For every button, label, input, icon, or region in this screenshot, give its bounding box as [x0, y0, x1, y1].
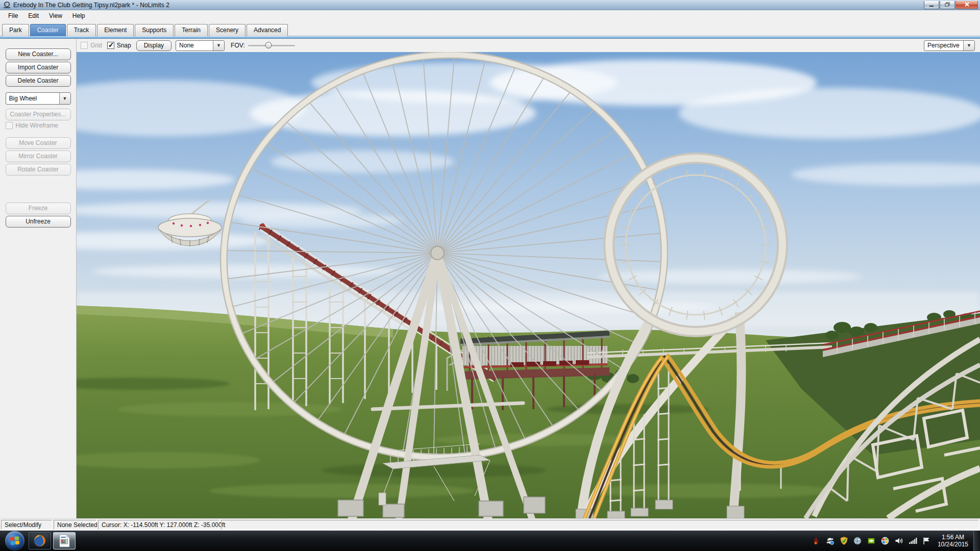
nvidia-icon[interactable]: [867, 537, 876, 545]
snap-label: Snap: [117, 42, 131, 49]
mode-select[interactable]: None ▼: [176, 40, 225, 51]
app-icon: [3, 1, 11, 9]
taskbar-nolimits-button[interactable]: [53, 532, 76, 549]
menu-bar: File Edit View Help: [0, 10, 980, 21]
tab-bar: Park Coaster Track Element Supports Terr…: [0, 21, 980, 36]
new-coaster-button[interactable]: New Coaster...: [6, 48, 71, 60]
viewport-3d[interactable]: [77, 52, 980, 518]
status-selection: None Selected: [54, 520, 96, 530]
volume-icon[interactable]: [895, 537, 903, 545]
nolimits-app-icon: [58, 534, 71, 548]
import-coaster-button[interactable]: Import Coaster: [6, 62, 71, 73]
camera-select-value: Perspective: [924, 42, 963, 49]
shield-check-icon[interactable]: [840, 537, 848, 545]
firefox-icon: [33, 534, 47, 548]
tab-advanced[interactable]: Advanced: [247, 24, 288, 36]
clock-time: 1:56 AM: [938, 534, 968, 541]
taskbar-clock[interactable]: 1:56 AM 10/24/2015: [938, 534, 968, 548]
snap-checkbox[interactable]: [107, 42, 114, 49]
sky: [77, 52, 980, 348]
menu-help[interactable]: Help: [67, 11, 90, 21]
status-filler: [221, 520, 979, 530]
grid-checkbox: [81, 42, 88, 49]
action-center-flag-icon[interactable]: [922, 537, 931, 545]
network-icon[interactable]: [909, 537, 917, 545]
windows-flag-icon: [10, 536, 20, 546]
fov-slider[interactable]: [248, 41, 295, 49]
tab-supports[interactable]: Supports: [135, 24, 174, 36]
minimize-button[interactable]: [924, 1, 939, 9]
nolimits2-window: Erebody In The Club Getting Tipsy.nl2par…: [0, 0, 980, 551]
start-button[interactable]: [5, 531, 24, 550]
coaster-sidebar: New Coaster... Import Coaster Delete Coa…: [0, 39, 77, 518]
freeze-button: Freeze: [6, 203, 71, 214]
tab-coaster[interactable]: Coaster: [30, 24, 66, 36]
camera-select[interactable]: Perspective ▼: [924, 40, 975, 51]
status-mode: Select/Modify: [1, 520, 52, 530]
tab-element[interactable]: Element: [97, 24, 134, 36]
tab-terrain[interactable]: Terrain: [175, 24, 208, 36]
rotate-coaster-button: Rotate Coaster: [6, 164, 71, 176]
display-button[interactable]: Display: [136, 40, 172, 51]
grid-label: Grid: [90, 42, 102, 49]
chevron-down-icon[interactable]: ▼: [213, 41, 224, 51]
sync-icon[interactable]: [826, 537, 835, 545]
title-bar[interactable]: Erebody In The Club Getting Tipsy.nl2par…: [0, 0, 980, 10]
menu-view[interactable]: View: [44, 11, 67, 21]
windows-taskbar: 1:56 AM 10/24/2015: [0, 531, 980, 551]
taskbar-firefox-button[interactable]: [29, 532, 51, 549]
tab-track[interactable]: Track: [67, 24, 96, 36]
system-tray: 1:56 AM 10/24/2015: [810, 531, 980, 551]
status-bar: Select/Modify None Selected Cursor: X: -…: [0, 518, 980, 531]
close-button[interactable]: [955, 1, 978, 9]
hide-wireframe-label: Hide Wireframe: [16, 122, 58, 129]
restore-button[interactable]: [940, 1, 955, 9]
show-desktop-button[interactable]: [973, 531, 980, 551]
hide-wireframe-checkbox: [6, 122, 13, 129]
windows-update-icon[interactable]: [881, 537, 890, 545]
chevron-down-icon[interactable]: ▼: [59, 93, 70, 104]
window-title: Erebody In The Club Getting Tipsy.nl2par…: [13, 2, 169, 9]
menu-edit[interactable]: Edit: [23, 11, 44, 21]
move-coaster-button: Move Coaster: [6, 137, 71, 149]
clock-date: 10/24/2015: [938, 541, 968, 548]
steam-icon[interactable]: [853, 537, 862, 545]
mirror-coaster-button: Mirror Coaster: [6, 151, 71, 162]
delete-coaster-button[interactable]: Delete Coaster: [6, 75, 71, 87]
unfreeze-button[interactable]: Unfreeze: [6, 216, 71, 228]
coaster-properties-button: Coaster Properties...: [6, 109, 71, 120]
chevron-down-icon[interactable]: ▼: [963, 41, 974, 51]
flame-icon[interactable]: [812, 537, 821, 545]
coaster-select[interactable]: Big Wheel ▼: [6, 92, 71, 105]
tab-park[interactable]: Park: [2, 24, 29, 36]
viewport-toolbar: Grid Snap Display None ▼ FOV: Perspecti: [77, 39, 980, 52]
menu-file[interactable]: File: [3, 11, 23, 21]
tab-scenery[interactable]: Scenery: [209, 24, 246, 36]
fov-slider-thumb[interactable]: [265, 42, 272, 48]
fov-label: FOV:: [231, 42, 245, 49]
coaster-select-value: Big Wheel: [6, 95, 59, 102]
status-cursor: Cursor: X: -114.500ft Y: 127.000ft Z: -3…: [98, 520, 219, 530]
mode-select-value: None: [176, 42, 213, 49]
